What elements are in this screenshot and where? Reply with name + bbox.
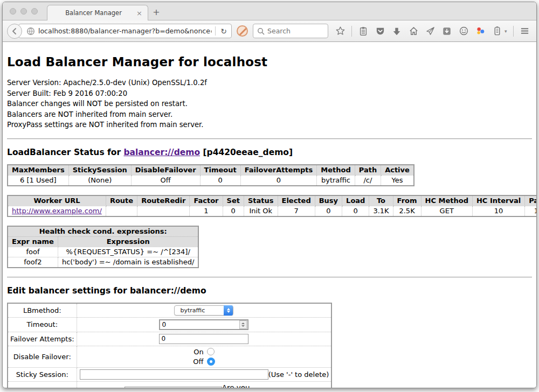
col-maxmembers: MaxMembers (8, 165, 68, 176)
disable-failover-off-radio[interactable] (207, 358, 215, 366)
cell-to: 3.1K (369, 206, 393, 216)
downloads-icon[interactable] (391, 26, 402, 37)
zoom-window-button[interactable] (31, 8, 38, 15)
cell-timeout: 0 (200, 175, 240, 186)
health-check-table: Health check cond. expressions: Expr nam… (7, 226, 199, 268)
hc-row-foof2: foof2 hc('body') =~ /domain is establish… (8, 257, 198, 268)
inherit-note-line: Balancers are NOT inherited from main se… (7, 109, 532, 120)
loadbalancer-status-heading: LoadBalancer Status for balancer://demo … (7, 148, 532, 157)
hc-table-title: Health check cond. expressions: (8, 226, 198, 237)
feedback-smiley-icon[interactable] (458, 26, 469, 37)
are-you-sure-label: Are you sure? (222, 383, 271, 389)
col-routeredir: RouteRedir (137, 195, 190, 206)
back-button[interactable] (7, 24, 22, 39)
failover-attempts-input[interactable] (159, 334, 248, 344)
bookmarks-menu-icon[interactable] (358, 26, 369, 37)
col-busy: Busy (315, 195, 342, 206)
lbmethod-select[interactable]: bytraffic (174, 305, 233, 316)
hc-title-row: Health check cond. expressions: (8, 226, 198, 237)
add-worker-row: Add New Worker: Are you sure? (8, 381, 331, 388)
window-controls (10, 8, 38, 15)
failover-attempts-label: Failover Attempts: (8, 332, 77, 346)
globe-icon (26, 27, 35, 36)
pocket-icon[interactable] (375, 26, 385, 37)
add-worker-input[interactable] (125, 387, 222, 388)
cell-hc-method: GET (421, 206, 472, 216)
balancer-demo-link[interactable]: balancer://demo (123, 148, 200, 157)
col-stickysession: StickySession (68, 165, 131, 176)
cell-route (106, 206, 137, 216)
back-arrow-icon (11, 27, 18, 35)
new-tab-button[interactable]: + (148, 5, 164, 19)
tab-balancer-manager[interactable]: Balancer Manager × (47, 5, 148, 20)
cell-hc-interval: 10 (472, 206, 524, 216)
timeout-label: Timeout: (8, 317, 77, 332)
send-tab-icon[interactable] (425, 26, 436, 37)
cell-elected: 7 (278, 206, 315, 216)
minimize-window-button[interactable] (20, 8, 27, 15)
urlbar-divider (215, 26, 216, 36)
cell-set: 0 (223, 206, 244, 216)
search-bar[interactable] (253, 24, 328, 38)
col-status: Status (244, 195, 278, 206)
proxypass-note-line: ProxyPass settings are NOT inherited fro… (7, 120, 532, 130)
col-timeout: Timeout (200, 165, 240, 176)
hc-row-foof: foof %{REQUEST_STATUS} =~ /^[234]/ (8, 247, 198, 257)
col-hc-method: HC Method (421, 195, 472, 206)
cell-expression-foof: %{REQUEST_STATUS} =~ /^[234]/ (58, 247, 198, 257)
page-title: Load Balancer Manager for localhost (7, 55, 532, 69)
server-version-line: Server Version: Apache/2.5.0-dev (Unix) … (7, 78, 532, 88)
cell-failoverattempts: 0 (240, 175, 317, 186)
bookmark-star-icon[interactable] (335, 26, 345, 37)
tab-title: Balancer Manager (52, 9, 135, 17)
disable-failover-label: Disable Failover: (8, 346, 77, 367)
reload-icon[interactable]: ↻ (219, 27, 229, 36)
cell-disablefailover: Off (131, 175, 200, 186)
add-worker-label: Add New Worker: (8, 381, 77, 388)
cell-factor: 1 (190, 206, 223, 216)
screenshot-download-icon[interactable] (441, 26, 452, 37)
home-icon[interactable] (408, 26, 419, 37)
col-expression: Expression (58, 236, 198, 247)
toolbar-icons: ▾ (335, 26, 537, 37)
timeout-input-wrap (159, 319, 248, 330)
sticky-session-input[interactable] (80, 369, 268, 380)
content-blocked-icon[interactable] (237, 25, 248, 37)
url-bar[interactable]: ↻ (18, 24, 232, 38)
cell-status: Init Ok (244, 206, 278, 216)
menu-hamburger-icon[interactable] (520, 26, 530, 37)
dropdown-caret-icon[interactable]: ▾ (505, 29, 507, 34)
cell-active: Yes (381, 175, 414, 186)
search-input[interactable] (267, 27, 324, 35)
section-divider (7, 138, 532, 139)
col-load: Load (342, 195, 369, 206)
col-to: To (369, 195, 393, 206)
url-input[interactable] (38, 27, 212, 35)
disable-failover-on-radio[interactable] (207, 348, 215, 355)
close-window-button[interactable] (10, 8, 16, 15)
timeout-input[interactable] (160, 321, 239, 328)
worker-data-row: http://www.example.com/ 1 0 Init Ok 7 0 … (8, 206, 536, 216)
cell-passes: 1 (0) (525, 206, 536, 216)
cell-maxmembers: 6 [1 Used] (8, 175, 68, 186)
col-active: Active (381, 165, 414, 176)
browser-window: Balancer Manager × + ↻ (2, 2, 537, 388)
status-heading-prefix: LoadBalancer Status for (7, 148, 123, 157)
bookmarks-grid-icon[interactable] (536, 26, 537, 37)
balancer-header-row: MaxMembers StickySession DisableFailover… (8, 165, 414, 176)
number-spinner-icon[interactable] (239, 320, 247, 329)
worker-table: Worker URL Route RouteRedir Factor Set S… (7, 195, 536, 217)
worker-url-link[interactable]: http://www.example.com/ (12, 207, 102, 215)
disable-failover-row: Disable Failover: On Off (8, 346, 331, 367)
lbmethod-selected-value: bytraffic (180, 307, 205, 314)
worker-header-row: Worker URL Route RouteRedir Factor Set S… (8, 195, 536, 206)
tab-close-icon[interactable]: × (135, 9, 143, 17)
colored-dots-addon-icon[interactable] (475, 26, 486, 37)
container-addon-icon[interactable] (492, 26, 502, 37)
col-worker-url: Worker URL (8, 195, 106, 206)
navigation-toolbar: ↻ (3, 20, 536, 42)
cell-busy: 0 (315, 206, 342, 216)
timeout-row: Timeout: (8, 317, 331, 332)
server-info: Server Version: Apache/2.5.0-dev (Unix) … (7, 78, 532, 130)
col-route: Route (106, 195, 137, 206)
